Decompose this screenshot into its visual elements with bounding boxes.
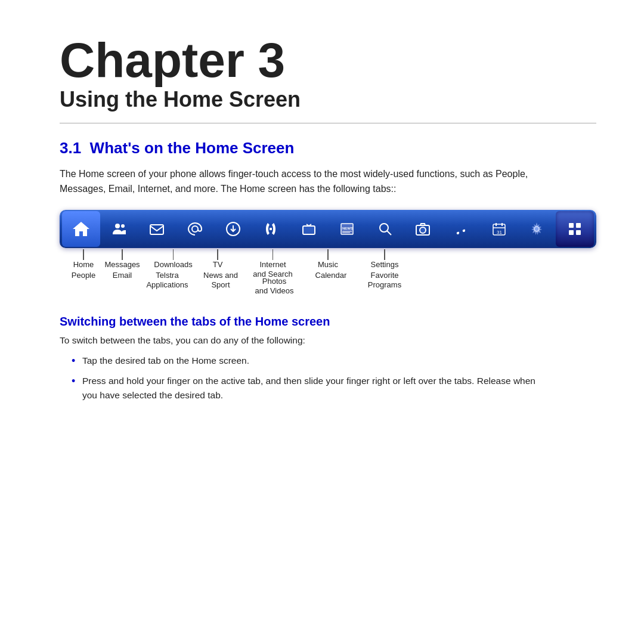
svg-rect-2 xyxy=(150,225,163,234)
svg-rect-5 xyxy=(270,228,272,230)
icon-home xyxy=(62,211,100,247)
icon-settings xyxy=(518,212,556,246)
label-messages: Messages xyxy=(104,260,140,269)
label-home: Home xyxy=(73,260,94,269)
icon-photos xyxy=(404,212,442,246)
svg-text:31: 31 xyxy=(497,230,502,235)
chapter-number: Chapter 3 xyxy=(60,36,596,85)
icon-tv xyxy=(290,212,328,246)
label-photos: Photosand Videos xyxy=(255,277,294,296)
icon-people xyxy=(100,212,138,246)
svg-point-0 xyxy=(115,224,120,228)
svg-rect-24 xyxy=(576,230,581,235)
section-heading: 3.1 What's on the Home Screen xyxy=(60,139,596,157)
icon-music xyxy=(442,212,480,246)
label-tv: TV xyxy=(213,260,223,269)
toolbar-diagram: NEWS xyxy=(60,210,596,309)
svg-rect-21 xyxy=(569,223,574,228)
icon-downloads xyxy=(214,212,252,246)
svg-line-12 xyxy=(387,231,391,235)
icon-favorites xyxy=(556,211,594,247)
bullet-item-2: Press and hold your finger on the active… xyxy=(72,374,549,402)
svg-point-11 xyxy=(380,224,388,232)
section-divider xyxy=(60,123,596,123)
subsection-intro: To switch between the tabs, you can do a… xyxy=(60,333,549,348)
icon-calendar: 31 xyxy=(480,212,518,246)
svg-point-1 xyxy=(121,224,125,228)
label-favorites: FavoritePrograms xyxy=(368,271,401,290)
label-music: Music xyxy=(318,260,338,269)
icon-email xyxy=(176,212,214,246)
intro-paragraph: The Home screen of your phone allows fin… xyxy=(60,167,549,197)
label-email: Email xyxy=(113,271,132,280)
svg-rect-22 xyxy=(576,223,581,228)
subsection-heading: Switching between the tabs of the Home s… xyxy=(60,315,596,329)
toolbar-bar: NEWS xyxy=(60,210,596,248)
label-telstra: TelstraApplications xyxy=(146,271,188,290)
chapter-title: Using the Home Screen xyxy=(60,87,596,112)
bullet-item-1: Tap the desired tab on the Home screen. xyxy=(72,354,549,368)
svg-point-3 xyxy=(192,226,198,232)
icon-messages xyxy=(138,212,176,246)
svg-rect-6 xyxy=(303,226,315,234)
label-downloads: Downloads xyxy=(154,260,192,269)
bullet-list: Tap the desired tab on the Home screen. … xyxy=(60,354,549,402)
label-people: People xyxy=(72,271,95,280)
svg-rect-23 xyxy=(569,230,574,235)
icon-news: NEWS xyxy=(328,212,366,246)
label-settings: Settings xyxy=(371,260,399,269)
label-calendar: Calendar xyxy=(315,271,347,280)
svg-text:NEWS: NEWS xyxy=(342,227,353,230)
label-news: News andSport xyxy=(203,271,238,290)
svg-point-14 xyxy=(420,227,426,233)
icon-internet xyxy=(366,212,404,246)
icon-telstra xyxy=(252,212,290,246)
